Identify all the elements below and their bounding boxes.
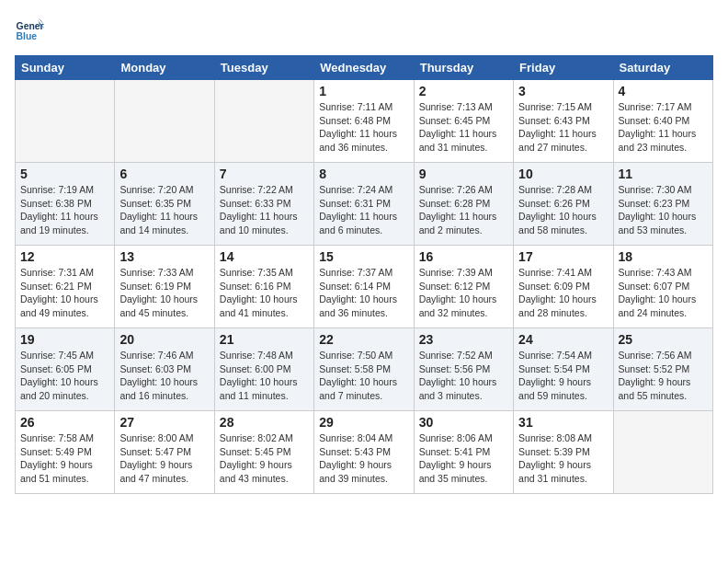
day-number: 25 — [619, 332, 708, 347]
day-info: Sunrise: 7:35 AM Sunset: 6:16 PM Dayligh… — [220, 266, 309, 320]
calendar-cell: 13Sunrise: 7:33 AM Sunset: 6:19 PM Dayli… — [115, 246, 214, 328]
calendar-cell: 9Sunrise: 7:26 AM Sunset: 6:28 PM Daylig… — [414, 163, 513, 246]
day-info: Sunrise: 8:00 AM Sunset: 5:47 PM Dayligh… — [119, 431, 209, 486]
day-info: Sunrise: 7:50 AM Sunset: 5:58 PM Dayligh… — [319, 349, 408, 403]
logo: General Blue — [15, 15, 48, 44]
header-saturday: Saturday — [613, 56, 712, 80]
day-number: 18 — [619, 249, 708, 264]
day-number: 5 — [20, 167, 109, 181]
calendar-cell: 21Sunrise: 7:48 AM Sunset: 6:00 PM Dayli… — [214, 328, 313, 411]
calendar-cell: 19Sunrise: 7:45 AM Sunset: 6:05 PM Dayli… — [16, 328, 115, 411]
day-info: Sunrise: 7:20 AM Sunset: 6:35 PM Dayligh… — [119, 183, 209, 237]
calendar-cell: 22Sunrise: 7:50 AM Sunset: 5:58 PM Dayli… — [314, 328, 414, 411]
calendar-header-row: SundayMondayTuesdayWednesdayThursdayFrid… — [16, 56, 713, 80]
day-info: Sunrise: 7:24 AM Sunset: 6:31 PM Dayligh… — [319, 183, 408, 237]
day-info: Sunrise: 7:43 AM Sunset: 6:07 PM Dayligh… — [619, 266, 708, 320]
calendar-cell: 6Sunrise: 7:20 AM Sunset: 6:35 PM Daylig… — [115, 163, 214, 246]
day-info: Sunrise: 7:48 AM Sunset: 6:00 PM Dayligh… — [220, 349, 309, 403]
calendar-cell: 1Sunrise: 7:11 AM Sunset: 6:48 PM Daylig… — [314, 80, 414, 163]
calendar-table: SundayMondayTuesdayWednesdayThursdayFrid… — [15, 55, 713, 494]
day-number: 19 — [20, 332, 109, 347]
day-info: Sunrise: 8:02 AM Sunset: 5:45 PM Dayligh… — [220, 431, 309, 486]
day-info: Sunrise: 7:15 AM Sunset: 6:43 PM Dayligh… — [518, 100, 608, 155]
day-info: Sunrise: 7:41 AM Sunset: 6:09 PM Dayligh… — [518, 266, 608, 320]
calendar-cell: 2Sunrise: 7:13 AM Sunset: 6:45 PM Daylig… — [414, 80, 513, 163]
header-thursday: Thursday — [414, 56, 513, 80]
day-number: 11 — [619, 167, 708, 181]
day-info: Sunrise: 7:11 AM Sunset: 6:48 PM Dayligh… — [319, 100, 408, 155]
calendar-cell — [16, 80, 115, 163]
calendar-cell — [115, 80, 214, 163]
day-number: 20 — [119, 332, 209, 347]
day-number: 24 — [518, 332, 608, 347]
calendar-cell: 14Sunrise: 7:35 AM Sunset: 6:16 PM Dayli… — [214, 246, 313, 328]
day-number: 28 — [220, 415, 309, 430]
calendar-cell: 3Sunrise: 7:15 AM Sunset: 6:43 PM Daylig… — [514, 80, 613, 163]
calendar-cell: 28Sunrise: 8:02 AM Sunset: 5:45 PM Dayli… — [214, 411, 313, 494]
day-number: 2 — [419, 84, 508, 98]
calendar-cell: 31Sunrise: 8:08 AM Sunset: 5:39 PM Dayli… — [514, 411, 613, 494]
calendar-week-4: 19Sunrise: 7:45 AM Sunset: 6:05 PM Dayli… — [16, 328, 713, 411]
day-number: 1 — [319, 84, 408, 98]
day-number: 10 — [518, 167, 608, 181]
day-number: 12 — [20, 249, 109, 264]
day-info: Sunrise: 7:22 AM Sunset: 6:33 PM Dayligh… — [220, 183, 309, 237]
day-number: 15 — [319, 249, 408, 264]
calendar-cell: 15Sunrise: 7:37 AM Sunset: 6:14 PM Dayli… — [314, 246, 414, 328]
day-number: 3 — [518, 84, 608, 98]
header-friday: Friday — [514, 56, 613, 80]
calendar-cell: 7Sunrise: 7:22 AM Sunset: 6:33 PM Daylig… — [214, 163, 313, 246]
day-number: 13 — [119, 249, 209, 264]
day-number: 14 — [220, 249, 309, 264]
calendar-cell: 29Sunrise: 8:04 AM Sunset: 5:43 PM Dayli… — [314, 411, 414, 494]
day-info: Sunrise: 7:45 AM Sunset: 6:05 PM Dayligh… — [20, 349, 109, 403]
day-info: Sunrise: 7:19 AM Sunset: 6:38 PM Dayligh… — [20, 183, 109, 237]
calendar-cell: 4Sunrise: 7:17 AM Sunset: 6:40 PM Daylig… — [613, 80, 712, 163]
calendar-cell: 24Sunrise: 7:54 AM Sunset: 5:54 PM Dayli… — [514, 328, 613, 411]
calendar-cell: 23Sunrise: 7:52 AM Sunset: 5:56 PM Dayli… — [414, 328, 513, 411]
day-info: Sunrise: 8:06 AM Sunset: 5:41 PM Dayligh… — [419, 431, 508, 486]
day-number: 7 — [220, 167, 309, 181]
day-info: Sunrise: 7:52 AM Sunset: 5:56 PM Dayligh… — [419, 349, 508, 403]
day-info: Sunrise: 8:08 AM Sunset: 5:39 PM Dayligh… — [518, 431, 608, 486]
calendar-cell: 10Sunrise: 7:28 AM Sunset: 6:26 PM Dayli… — [514, 163, 613, 246]
day-info: Sunrise: 8:04 AM Sunset: 5:43 PM Dayligh… — [319, 431, 408, 486]
day-number: 30 — [419, 415, 508, 430]
svg-text:General: General — [17, 21, 44, 31]
header-wednesday: Wednesday — [314, 56, 414, 80]
day-info: Sunrise: 7:17 AM Sunset: 6:40 PM Dayligh… — [619, 100, 708, 155]
calendar-cell: 20Sunrise: 7:46 AM Sunset: 6:03 PM Dayli… — [115, 328, 214, 411]
day-number: 31 — [518, 415, 608, 430]
day-number: 4 — [619, 84, 708, 98]
day-number: 26 — [20, 415, 109, 430]
day-number: 23 — [419, 332, 508, 347]
logo-icon: General Blue — [15, 15, 44, 44]
calendar-cell: 17Sunrise: 7:41 AM Sunset: 6:09 PM Dayli… — [514, 246, 613, 328]
day-number: 22 — [319, 332, 408, 347]
header-monday: Monday — [115, 56, 214, 80]
day-info: Sunrise: 7:46 AM Sunset: 6:03 PM Dayligh… — [119, 349, 209, 403]
day-number: 17 — [518, 249, 608, 264]
page-header: General Blue — [15, 15, 713, 44]
day-info: Sunrise: 7:33 AM Sunset: 6:19 PM Dayligh… — [119, 266, 209, 320]
header-tuesday: Tuesday — [214, 56, 313, 80]
calendar-cell: 18Sunrise: 7:43 AM Sunset: 6:07 PM Dayli… — [613, 246, 712, 328]
day-info: Sunrise: 7:30 AM Sunset: 6:23 PM Dayligh… — [619, 183, 708, 237]
calendar-cell: 5Sunrise: 7:19 AM Sunset: 6:38 PM Daylig… — [16, 163, 115, 246]
calendar-week-5: 26Sunrise: 7:58 AM Sunset: 5:49 PM Dayli… — [16, 411, 713, 494]
calendar-cell: 25Sunrise: 7:56 AM Sunset: 5:52 PM Dayli… — [613, 328, 712, 411]
day-info: Sunrise: 7:31 AM Sunset: 6:21 PM Dayligh… — [20, 266, 109, 320]
calendar-cell — [214, 80, 313, 163]
calendar-cell — [613, 411, 712, 494]
calendar-cell: 30Sunrise: 8:06 AM Sunset: 5:41 PM Dayli… — [414, 411, 513, 494]
day-number: 27 — [119, 415, 209, 430]
day-info: Sunrise: 7:13 AM Sunset: 6:45 PM Dayligh… — [419, 100, 508, 155]
calendar-week-2: 5Sunrise: 7:19 AM Sunset: 6:38 PM Daylig… — [16, 163, 713, 246]
calendar-week-3: 12Sunrise: 7:31 AM Sunset: 6:21 PM Dayli… — [16, 246, 713, 328]
day-info: Sunrise: 7:39 AM Sunset: 6:12 PM Dayligh… — [419, 266, 508, 320]
calendar-cell: 16Sunrise: 7:39 AM Sunset: 6:12 PM Dayli… — [414, 246, 513, 328]
svg-text:Blue: Blue — [17, 31, 38, 41]
day-info: Sunrise: 7:54 AM Sunset: 5:54 PM Dayligh… — [518, 349, 608, 403]
day-info: Sunrise: 7:56 AM Sunset: 5:52 PM Dayligh… — [619, 349, 708, 403]
header-sunday: Sunday — [16, 56, 115, 80]
